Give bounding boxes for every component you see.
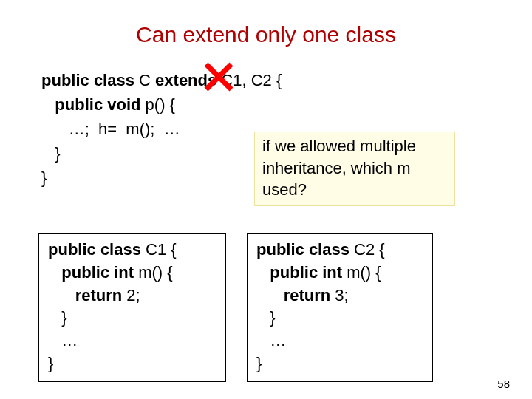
- txt: p() {: [140, 95, 174, 114]
- txt: m() {: [342, 263, 381, 282]
- kw-public-int: public int: [48, 263, 134, 282]
- kw-return: return: [256, 286, 330, 304]
- txt: C2 {: [349, 240, 385, 259]
- txt: C1, C2 {: [216, 71, 282, 89]
- callout-line: if we allowed multiple: [262, 135, 447, 157]
- txt: C: [134, 71, 155, 89]
- code-ellipsis: …: [256, 331, 286, 349]
- page-number: 58: [497, 378, 510, 390]
- code-ellipsis: …: [48, 331, 78, 349]
- kw-public-class: public class: [41, 71, 134, 89]
- txt: m() {: [134, 263, 173, 282]
- txt: C1 {: [141, 240, 177, 259]
- class-c-code: public class C extends C1, C2 { public v…: [41, 68, 282, 190]
- txt: 3;: [330, 286, 348, 304]
- callout-line: inheritance, which m: [262, 157, 447, 180]
- kw-public-void: public void: [41, 95, 140, 114]
- code-brace: }: [256, 354, 262, 372]
- code-brace: }: [41, 144, 61, 163]
- kw-return: return: [48, 286, 122, 304]
- class-c2-code: public class C2 { public int m() { retur…: [247, 233, 433, 382]
- kw-extends: extends: [155, 71, 216, 89]
- callout-line: used?: [262, 179, 447, 201]
- kw-public-class: public class: [256, 240, 349, 259]
- code-brace: }: [48, 308, 67, 327]
- kw-public-class: public class: [48, 240, 141, 259]
- code-body-line: …; h= m(); …: [41, 120, 180, 138]
- slide-title: Can extend only one class: [0, 22, 532, 47]
- kw-public-int: public int: [256, 263, 342, 282]
- code-brace: }: [256, 308, 276, 327]
- class-c1-code: public class C1 { public int m() { retur…: [38, 233, 226, 382]
- inheritance-callout: if we allowed multiple inheritance, whic…: [254, 132, 455, 206]
- txt: 2;: [122, 286, 140, 304]
- code-brace: }: [41, 168, 47, 187]
- code-brace: }: [48, 354, 53, 372]
